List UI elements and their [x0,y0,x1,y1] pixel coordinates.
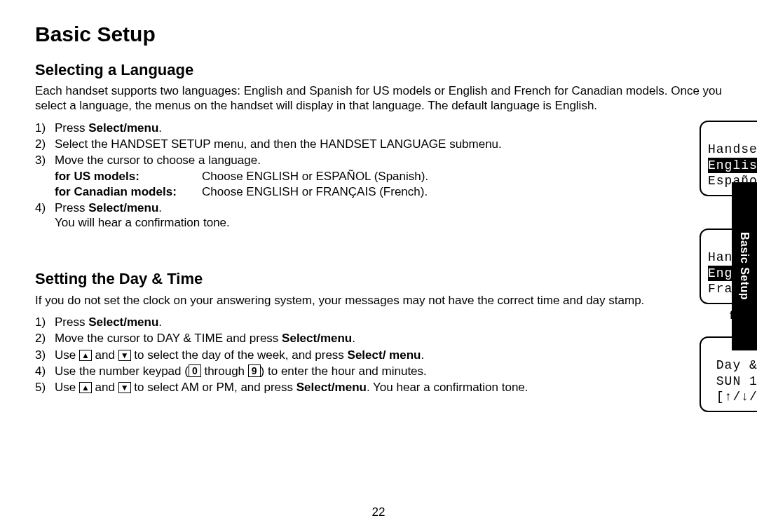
step-4: Press Select/menu. You will hear a confi… [35,200,680,231]
section-heading-daytime: Setting the Day & Time [35,269,680,289]
section-intro-language: Each handset supports two languages: Eng… [35,83,722,114]
dt-step-2: Move the cursor to DAY & TIME and press … [35,331,680,346]
dt-step-1: Press Select/menu. [35,315,680,329]
section-intro-daytime: If you do not set the clock on your answ… [35,293,680,308]
key-0: 0 [189,364,201,377]
down-arrow-icon: ▼ [118,350,131,361]
step-1: Press Select/menu. [35,121,680,135]
up-arrow-icon: ▲ [79,382,92,393]
up-arrow-icon: ▲ [79,350,92,361]
page-number: 22 [0,505,757,519]
section-heading-language: Selecting a Language [35,60,722,80]
side-tab: Basic Setup [732,182,757,350]
down-arrow-icon: ▼ [118,382,131,393]
step-2: Select the HANDSET SETUP menu, and then … [35,137,680,151]
dt-step-4: Use the number keypad (0 through 9) to e… [35,364,680,378]
language-steps: Press Select/menu. Select the HANDSET SE… [35,121,680,231]
dt-step-5: Use ▲ and ▼ to select AM or PM, and pres… [35,380,680,395]
step-3: Move the cursor to choose a language. fo… [35,153,680,199]
dt-step-3: Use ▲ and ▼ to select the day of the wee… [35,348,680,362]
page-title: Basic Setup [35,21,722,48]
key-9: 9 [248,364,261,377]
daytime-steps: Press Select/menu. Move the cursor to DA… [35,315,680,395]
